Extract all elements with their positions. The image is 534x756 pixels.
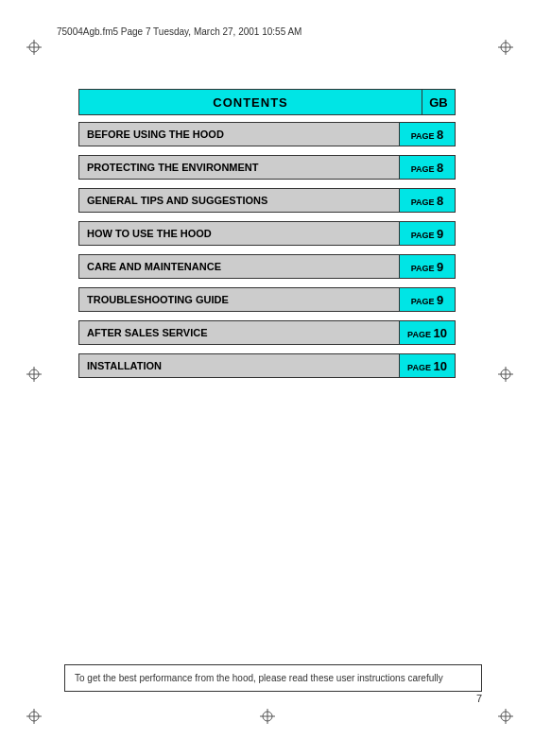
contents-gb-label: GB <box>429 95 448 110</box>
toc-label: GENERAL TIPS AND SUGGESTIONS <box>78 188 399 213</box>
toc-label: AFTER SALES SERVICE <box>78 320 399 345</box>
toc-page: PAGE 8 <box>399 188 456 213</box>
table-row: CARE AND MAINTENANCEPAGE 9 <box>78 254 456 279</box>
contents-gb-cell: GB <box>422 89 456 115</box>
table-row: INSTALLATIONPAGE 10 <box>78 353 456 378</box>
toc-page: PAGE 9 <box>399 254 456 279</box>
toc-label: CARE AND MAINTENANCE <box>78 254 399 279</box>
page: 75004Agb.fm5 Page 7 Tuesday, March 27, 2… <box>0 0 534 756</box>
crosshair-bot-right <box>498 709 513 724</box>
table-row: PROTECTING THE ENVIRONMENTPAGE 8 <box>78 155 456 180</box>
table-row: GENERAL TIPS AND SUGGESTIONSPAGE 8 <box>78 188 456 213</box>
toc-page: PAGE 8 <box>399 122 456 146</box>
toc-label: BEFORE USING THE HOOD <box>78 122 399 146</box>
toc-page: PAGE 10 <box>399 320 456 345</box>
toc-table: BEFORE USING THE HOODPAGE 8PROTECTING TH… <box>78 119 456 381</box>
crosshair-bot-center <box>260 709 275 724</box>
contents-area: CONTENTS GB BEFORE USING THE HOODPAGE 8P… <box>78 89 456 381</box>
table-row: HOW TO USE THE HOODPAGE 9 <box>78 221 456 246</box>
page-number: 7 <box>476 693 482 704</box>
crosshair-top-left <box>26 40 42 55</box>
toc-label: HOW TO USE THE HOOD <box>78 221 399 246</box>
bottom-note: To get the best performance from the hoo… <box>64 664 482 692</box>
contents-title-cell: CONTENTS <box>78 89 422 115</box>
toc-page: PAGE 9 <box>399 221 456 246</box>
toc-label: PROTECTING THE ENVIRONMENT <box>78 155 399 180</box>
table-row: BEFORE USING THE HOODPAGE 8 <box>78 122 456 146</box>
table-row: AFTER SALES SERVICEPAGE 10 <box>78 320 456 345</box>
crosshair-mid-right <box>498 367 513 382</box>
table-row: TROUBLESHOOTING GUIDEPAGE 9 <box>78 287 456 312</box>
contents-header: CONTENTS GB <box>78 89 456 115</box>
contents-title: CONTENTS <box>213 95 288 110</box>
header: 75004Agb.fm5 Page 7 Tuesday, March 27, 2… <box>57 26 506 37</box>
bottom-note-text: To get the best performance from the hoo… <box>75 673 443 683</box>
file-info: 75004Agb.fm5 Page 7 Tuesday, March 27, 2… <box>57 26 301 37</box>
toc-page: PAGE 9 <box>399 287 456 312</box>
crosshair-top-right <box>498 40 513 55</box>
toc-label: TROUBLESHOOTING GUIDE <box>78 287 399 312</box>
crosshair-bot-left <box>26 709 42 724</box>
toc-page: PAGE 10 <box>399 353 456 378</box>
toc-label: INSTALLATION <box>78 353 399 378</box>
crosshair-mid-left <box>26 367 42 382</box>
toc-page: PAGE 8 <box>399 155 456 180</box>
